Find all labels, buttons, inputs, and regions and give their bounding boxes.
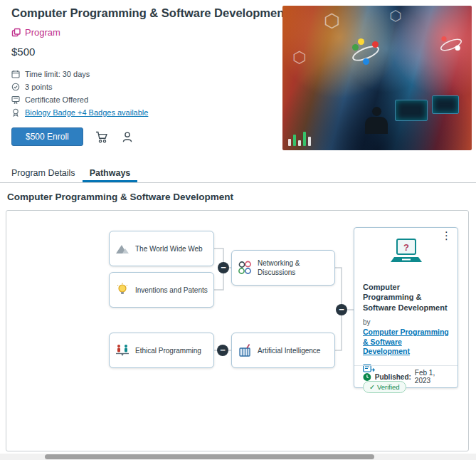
target-card-by-label: by [363,318,449,326]
kebab-menu-icon[interactable]: ⋮ [441,230,452,241]
published-label: Published: [375,373,411,381]
monitor-decoration [432,95,459,114]
books-icon [232,343,258,357]
pathway-panel: The World Wide Web Inventions and Patent… [6,210,469,451]
program-icon [11,28,21,37]
badge-icon [11,108,20,117]
tab-program-details[interactable]: Program Details [11,164,83,182]
section-heading: Computer Programming & Software Developm… [7,192,233,202]
clock-icon [363,372,371,382]
points-text: 3 points [25,83,53,91]
horizontal-scrollbar-thumb[interactable] [45,454,374,459]
atom-icon [351,38,381,68]
node-title: The World Wide Web [135,244,208,253]
hexagon-decoration: ⬡ [324,11,340,30]
collapse-branch-button[interactable]: − [218,262,229,273]
atom-icon-small [439,33,463,57]
certificate-text: Certificate Offered [25,95,88,104]
enroll-row: $500 Enroll [11,127,134,146]
balance-people-icon [110,343,135,357]
node-title: Ethical Programming [135,346,207,355]
certificate-row: Certificate Offered [11,95,88,105]
people-circles-icon [232,260,258,276]
node-title: Networking & Discussions [258,258,334,277]
time-limit-row: Time limit: 30 days [11,69,90,79]
pathway-node-networking-discussions[interactable]: Networking & Discussions [231,250,335,286]
add-to-cart-button[interactable] [95,131,109,143]
target-card-title: Computer Programming & Software Developm… [363,282,449,313]
chart-decoration [288,130,311,146]
person-icon [121,131,134,143]
cart-icon [95,131,109,143]
laptop-question-icon: ? [354,237,458,268]
node-title: Artificial Intelligence [258,346,326,355]
badges-link[interactable]: Biology Badge +4 Badges available [25,108,148,117]
hexagon-decoration: ⬡ [292,50,306,66]
program-type-label: Program [25,27,60,38]
target-card-author-link[interactable]: Computer Programming & Software Developm… [363,328,449,357]
published-row: Published: Feb 1, 2023 [354,365,458,387]
tab-bar: Program Details Pathways [0,164,476,183]
catalog-program-page: Computer Programming & Software Developm… [0,0,476,460]
pathway-target-card[interactable]: ⋮ ? Computer Programming & Software Deve… [354,227,458,388]
pathway-node-ethical-programming[interactable]: Ethical Programming [109,333,214,368]
node-title: Inventions and Patents [135,286,213,295]
monitor-decoration [395,100,428,121]
assign-user-button[interactable] [121,131,134,143]
collapse-branch-button[interactable]: − [336,304,347,315]
person-silhouette [365,107,388,134]
certificate-icon [11,95,20,104]
check-circle-icon [11,83,20,91]
program-type-row: Program [11,27,60,38]
points-row: 3 points [11,82,53,92]
price: $500 [11,46,35,58]
image-placeholder-icon [110,242,135,255]
horizontal-scrollbar [0,454,476,460]
time-limit-text: Time limit: 30 days [25,70,90,78]
pathway-node-artificial-intelligence[interactable]: Artificial Intelligence [231,333,335,368]
tab-pathways[interactable]: Pathways [83,164,138,182]
badges-row: Biology Badge +4 Badges available [11,108,148,117]
calendar-icon [11,70,20,78]
hexagon-decoration: ⬡ [389,9,401,23]
published-date: Feb 1, 2023 [415,369,449,385]
pathway-node-inventions-patents[interactable]: Inventions and Patents [109,272,214,308]
enroll-button[interactable]: $500 Enroll [11,127,83,146]
pathway-node-world-wide-web[interactable]: The World Wide Web [109,231,214,266]
collapse-branch-button[interactable]: − [217,345,228,356]
hero-image: ⬡ ⬡ ⬡ [282,6,472,150]
svg-text:?: ? [403,242,409,253]
page-title: Computer Programming & Software Developm… [11,6,288,20]
lightbulb-icon [110,283,135,297]
